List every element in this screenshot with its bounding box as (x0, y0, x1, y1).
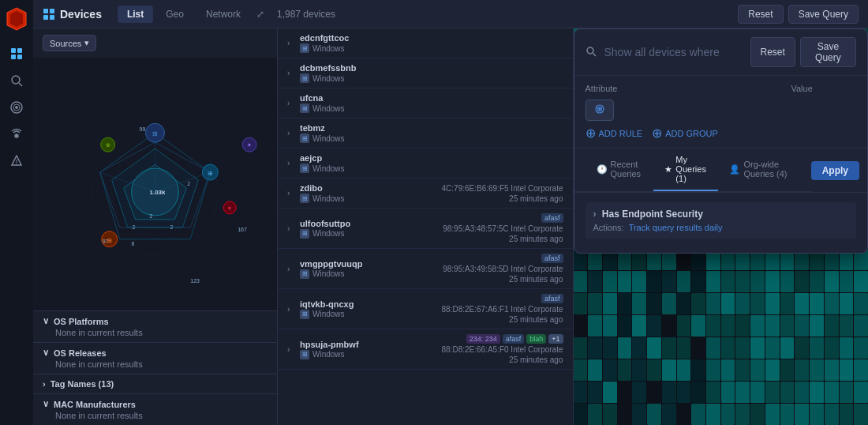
device-expand-icon[interactable]: › (287, 99, 295, 107)
device-name: ulfoofsuttpo (300, 219, 438, 228)
device-os: ⊞ Windows (300, 103, 563, 113)
device-os: ⊞ Windows (300, 269, 438, 279)
device-expand-icon[interactable]: › (287, 224, 295, 233)
tab-network[interactable]: Network (196, 6, 250, 23)
device-row[interactable]: › tebmz ⊞ Windows (278, 118, 573, 149)
device-row[interactable]: › dcbmefssbnb ⊞ Windows (278, 58, 573, 88)
filter-os-releases-header[interactable]: ∨ OS Releases (43, 348, 268, 358)
nav-devices-icon[interactable] (6, 43, 28, 65)
heatmap-panel: Reset Save Query Attribute Value (574, 28, 869, 425)
save-query-button[interactable]: Save Query (788, 5, 859, 24)
device-info: iqtvkb-qncxg ⊞ Windows (300, 299, 437, 319)
os-windows-icon: ⊞ (300, 164, 309, 173)
left-panel: Sources ▾ (33, 28, 278, 425)
filter-os-platforms-value: None in current results (43, 326, 268, 337)
device-expand-icon[interactable]: › (287, 189, 295, 197)
svg-rect-5 (17, 55, 22, 59)
rule-attribute-box[interactable] (586, 100, 614, 121)
device-row[interactable]: › hpsuja-pmbwf ⊞ Windows 234: 234afasfbl… (278, 329, 573, 370)
nav-radio-icon[interactable] (6, 123, 28, 145)
track-query-link[interactable]: Track query results daily (629, 223, 723, 232)
device-expand-icon[interactable]: › (287, 69, 295, 77)
tab-recent-queries[interactable]: 🕐 Recent Queries (586, 149, 654, 191)
device-name: tebmz (300, 123, 563, 133)
add-group-button[interactable]: ⊕ ADD GROUP (652, 127, 718, 140)
expand-icon[interactable]: › (593, 209, 597, 220)
filter-tag-names: › Tag Names (13) (33, 374, 277, 393)
device-row[interactable]: › edcnfgttcoc ⊞ Windows (278, 28, 573, 58)
sources-bar: Sources ▾ (33, 28, 277, 58)
app-logo[interactable] (4, 6, 29, 32)
tab-my-label: My Queries (1) (675, 155, 707, 183)
device-address: 88:D8:2E:67:A6:F1 Intel Corporate (442, 305, 563, 314)
device-meta: afasf 88:D8:2E:67:A6:F1 Intel Corporate … (442, 294, 563, 324)
query-result-actions: Actions: Track query results daily (593, 223, 849, 232)
device-row[interactable]: › aejcp ⊞ Windows (278, 149, 573, 179)
expand-icon[interactable]: ⤢ (256, 9, 264, 20)
query-results: › Has Endpoint Security Actions: Track q… (574, 193, 868, 253)
query-reset-button[interactable]: Reset (750, 37, 795, 67)
device-row[interactable]: › ufcna ⊞ Windows (278, 88, 573, 118)
device-expand-icon[interactable]: › (287, 159, 295, 167)
plus-circle-icon: ⊕ (652, 127, 662, 140)
device-expand-icon[interactable]: › (287, 39, 295, 47)
add-rule-button[interactable]: ⊕ ADD RULE (586, 127, 643, 140)
device-expand-icon[interactable]: › (287, 305, 295, 314)
svg-text:1.03k: 1.03k (150, 189, 166, 196)
svg-rect-16 (43, 15, 48, 20)
device-row[interactable]: › ulfoofsuttpo ⊞ Windows afasf 98:95:A3:… (278, 209, 573, 249)
os-name: Windows (312, 74, 345, 83)
nav-monitor-icon[interactable] (6, 96, 28, 118)
chevron-right-icon: › (43, 379, 46, 389)
clock-icon: 🕐 (597, 164, 608, 175)
os-windows-icon: ⊞ (300, 194, 309, 203)
os-name: Windows (312, 104, 345, 113)
device-expand-icon[interactable]: › (287, 265, 295, 273)
device-info: aejcp ⊞ Windows (300, 153, 563, 173)
top-buttons: Reset Save Query (738, 5, 859, 24)
filter-os-platforms-header[interactable]: ∨ OS Platforms (43, 316, 268, 326)
tab-geo[interactable]: Geo (156, 6, 193, 23)
device-count: 1,987 devices (277, 9, 335, 20)
svg-rect-2 (11, 48, 16, 53)
device-row[interactable]: › zdibo ⊞ Windows 4C:79:6E:B6:69:F5 Inte… (278, 179, 573, 209)
svg-point-11 (15, 134, 18, 137)
svg-point-57 (587, 47, 593, 54)
search-icon (586, 46, 597, 59)
nav-search-icon[interactable] (6, 70, 28, 92)
query-save-button[interactable]: Save Query (800, 37, 856, 67)
os-windows-icon: ⊞ (300, 229, 309, 239)
device-time: 25 minutes ago (509, 275, 563, 284)
device-name: vmgppgtvuuqp (300, 259, 438, 269)
svg-text:2: 2 (150, 213, 153, 219)
svg-text:✦: ✦ (247, 142, 252, 148)
device-tag: blah (526, 334, 546, 344)
device-row[interactable]: › iqtvkb-qncxg ⊞ Windows afasf 88:D8:2E:… (278, 289, 573, 329)
tab-list[interactable]: List (118, 6, 153, 23)
tab-my-queries[interactable]: ★ My Queries (1) (653, 149, 718, 191)
sources-button[interactable]: Sources ▾ (43, 35, 96, 51)
apply-button[interactable]: Apply (811, 161, 859, 180)
os-windows-icon: ⊞ (300, 269, 309, 279)
svg-point-6 (12, 76, 20, 84)
svg-text:✕: ✕ (227, 205, 232, 211)
svg-text:123: 123 (190, 278, 200, 284)
device-info: tebmz ⊞ Windows (300, 123, 563, 143)
os-name: Windows (312, 194, 345, 203)
device-expand-icon[interactable]: › (287, 129, 295, 137)
svg-text:167: 167 (238, 227, 247, 232)
reset-button[interactable]: Reset (738, 5, 783, 24)
device-expand-icon[interactable]: › (287, 345, 295, 354)
page-title-text: Devices (60, 8, 102, 21)
filter-tag-names-header[interactable]: › Tag Names (13) (43, 379, 268, 389)
tab-org-queries[interactable]: 👤 Org-wide Queries (4) (718, 149, 799, 191)
device-tags: afasf (541, 213, 563, 223)
device-os: ⊞ Windows (300, 164, 563, 173)
device-row[interactable]: › vmgppgtvuuqp ⊞ Windows afasf 98:95:A3:… (278, 249, 573, 289)
device-os: ⊞ Windows (300, 310, 437, 319)
query-input[interactable] (604, 46, 743, 58)
nav-alerts-icon[interactable] (6, 150, 28, 172)
svg-rect-3 (17, 48, 22, 53)
filter-mac-manufacturers-header[interactable]: ∨ MAC Manufacturers (43, 399, 268, 409)
os-windows-icon: ⊞ (300, 350, 309, 359)
